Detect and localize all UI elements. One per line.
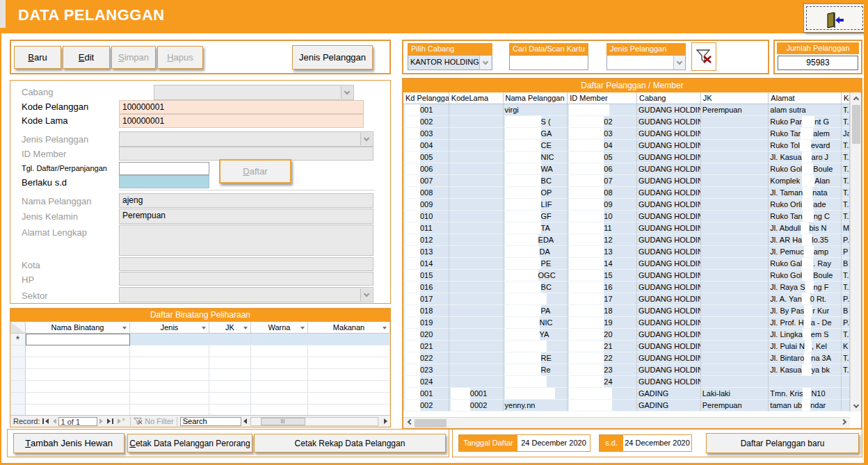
next-record-button[interactable]: [99, 418, 103, 424]
cetak-data-perorang-button[interactable]: Cetak Data Pelanggan Perorang: [127, 434, 252, 452]
customer-row[interactable]: 012EDA12GUDANG HOLDINGJl. AR Halo.35P.: [403, 234, 850, 246]
alamat-field[interactable]: [119, 225, 373, 256]
pet-cell[interactable]: [26, 334, 130, 345]
pet-cell[interactable]: [308, 334, 390, 345]
customer-column-header[interactable]: KodeLama: [449, 92, 504, 104]
pet-cell[interactable]: [130, 357, 209, 369]
customer-row[interactable]: 010GF10GUDANG HOLDINGRuko Tanng CT.: [403, 211, 850, 222]
pet-cell[interactable]: [130, 334, 209, 345]
pet-cell[interactable]: [251, 334, 308, 345]
pet-column-header[interactable]: Nama Binatang: [26, 322, 130, 334]
cari-input[interactable]: [509, 55, 588, 70]
pet-cell[interactable]: [26, 345, 130, 357]
chevron-down-icon[interactable]: [479, 56, 491, 70]
sd-value[interactable]: 24 December 2020: [623, 435, 691, 451]
column-dropdown-icon[interactable]: [383, 327, 387, 329]
customer-column-header[interactable]: Kota: [842, 92, 850, 104]
pet-cell[interactable]: [130, 381, 209, 393]
clear-filter-button[interactable]: [691, 42, 716, 71]
customer-column-header[interactable]: ID Member: [568, 92, 637, 104]
kode-lama-field[interactable]: 100000001: [119, 114, 364, 128]
pet-cell[interactable]: [308, 405, 390, 415]
scroll-up-button[interactable]: [851, 92, 862, 104]
chevron-down-icon[interactable]: [673, 56, 685, 70]
column-dropdown-icon[interactable]: [202, 327, 206, 329]
pet-new-record-row[interactable]: *: [10, 334, 390, 345]
column-dropdown-icon[interactable]: [300, 327, 305, 329]
pet-cell[interactable]: [308, 369, 390, 381]
customer-column-header[interactable]: Alamat: [769, 92, 842, 104]
customer-row[interactable]: 008OP08GUDANG HOLDINGJl. TamannataT.: [403, 187, 850, 199]
edit-button[interactable]: Edit: [63, 46, 110, 69]
pet-cell[interactable]: [26, 405, 130, 415]
customer-row[interactable]: 009LIF09GUDANG HOLDINGRuko OrliadeT.: [403, 199, 850, 211]
pet-cell[interactable]: [130, 393, 209, 405]
customer-row[interactable]: 002S (02GUDANG HOLDINGRuko Parnt GT.: [403, 116, 850, 128]
customer-row[interactable]: 016BC16GUDANG HOLDINGJl. Raya Sng FT.: [403, 282, 850, 293]
customer-row[interactable]: 023Re23GUDANG HOLDINGJl. Kasuaya bkT.: [403, 364, 850, 376]
pet-column-header[interactable]: JK: [209, 322, 251, 334]
cetak-rekap-button[interactable]: Cetak Rekap Data Pelanggan: [254, 434, 446, 452]
pet-cell[interactable]: [209, 357, 251, 369]
pet-cell[interactable]: [251, 345, 308, 357]
new-record-button[interactable]: *: [118, 418, 126, 425]
jenis-pelanggan-combo[interactable]: [119, 131, 373, 147]
customer-column-header[interactable]: Nama Pelanggan: [504, 92, 568, 104]
pet-cell[interactable]: [26, 393, 130, 405]
hapus-button[interactable]: Hapus: [157, 46, 203, 69]
pet-cell[interactable]: [130, 405, 209, 415]
id-member-field[interactable]: [119, 147, 373, 161]
scrollbar-thumb[interactable]: [852, 105, 860, 144]
sektor-combo[interactable]: [119, 287, 373, 302]
customer-row[interactable]: 02424GUDANG HOLDING: [403, 376, 850, 388]
pet-cell[interactable]: [26, 369, 130, 381]
scroll-left-button[interactable]: [403, 418, 415, 429]
customer-row[interactable]: 003GA03GUDANG HOLDINGRuko TaralemJa: [403, 128, 850, 140]
exit-button[interactable]: [803, 3, 866, 33]
customer-row[interactable]: 004CE04GUDANG HOLDINGRuko TolevardT.: [403, 140, 850, 152]
pet-empty-row[interactable]: [10, 381, 390, 393]
pet-cell[interactable]: [251, 357, 308, 369]
no-filter-label[interactable]: No Filter: [145, 417, 174, 425]
customer-row[interactable]: 006WA06GUDANG HOLDINGRuko GolBouleT.: [403, 163, 850, 175]
pet-cell[interactable]: [308, 345, 390, 357]
tanggal-daftar-value[interactable]: 24 December 2020: [517, 435, 590, 451]
pet-cell[interactable]: [130, 369, 209, 381]
pet-cell[interactable]: [251, 405, 308, 415]
cabang-combo[interactable]: [154, 85, 354, 100]
pet-cell[interactable]: [209, 405, 251, 415]
tgl-daftar-field[interactable]: [119, 162, 209, 175]
kode-pelanggan-field[interactable]: 100000001: [119, 100, 364, 114]
nama-pelanggan-field[interactable]: ajeng: [119, 193, 373, 208]
search-input[interactable]: [180, 417, 241, 426]
customer-row[interactable]: 020YA20GUDANG HOLDINGJl. Lingkaem ST.: [403, 329, 850, 341]
column-dropdown-icon[interactable]: [243, 327, 248, 329]
scroll-down-button[interactable]: [851, 400, 862, 411]
berlaku-field[interactable]: [119, 175, 209, 188]
scrollbar-thumb[interactable]: [261, 418, 305, 425]
pet-cell[interactable]: [308, 381, 390, 393]
customer-row[interactable]: 022RE22GUDANG HOLDINGJl. Bintarona 3AT.: [403, 352, 850, 364]
customer-row[interactable]: 005NIC05GUDANG HOLDINGJl. Kasuaaro JT.: [403, 152, 850, 163]
pet-column-header[interactable]: Makanan: [308, 322, 390, 334]
customer-row[interactable]: 011TA11GUDANG HOLDINGJl. Abdullbis NM: [403, 222, 850, 234]
customer-row[interactable]: 0010001GADINGLaki-lakiTmn. KrisN10: [403, 388, 850, 400]
daftar-button[interactable]: Daftar: [219, 159, 291, 183]
previous-record-button[interactable]: [53, 418, 56, 424]
first-record-button[interactable]: [42, 418, 49, 424]
pet-column-header[interactable]: Jenis: [130, 322, 209, 334]
pet-cell[interactable]: [209, 381, 251, 393]
customer-row[interactable]: 015OGC15GUDANG HOLDINGRuko GolBouleT.: [403, 270, 850, 282]
horizontal-scrollbar[interactable]: [250, 417, 378, 426]
pet-cell[interactable]: [308, 357, 390, 369]
tambah-jenis-hewan-button[interactable]: Tambah Jenis Hewan: [13, 433, 124, 453]
pet-cell[interactable]: [26, 357, 130, 369]
customer-row[interactable]: 007BC07GUDANG HOLDINGKomplek AlanT.: [403, 175, 850, 187]
pet-cell[interactable]: [209, 345, 251, 357]
pet-empty-row[interactable]: [10, 393, 390, 405]
pet-empty-row[interactable]: [10, 369, 390, 381]
pet-cell[interactable]: [251, 381, 308, 393]
pet-cell[interactable]: [308, 393, 390, 405]
kota-field[interactable]: [119, 257, 373, 271]
scroll-left-button[interactable]: [243, 418, 247, 424]
